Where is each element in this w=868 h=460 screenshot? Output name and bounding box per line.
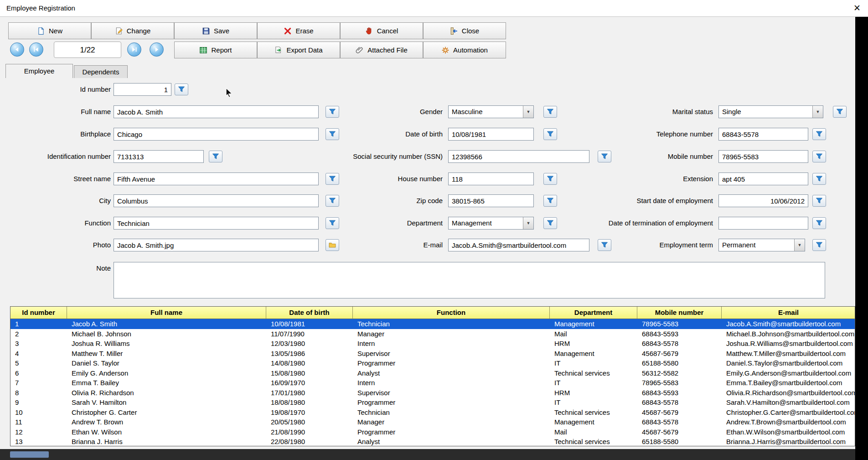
marital-status-combo[interactable]: Single	[718, 105, 823, 118]
nav-first-button[interactable]	[29, 42, 43, 57]
table-row[interactable]: 10Christopher G. Carter19/08/1970Technic…	[10, 408, 855, 418]
employment-term-combo[interactable]: Permanent	[718, 239, 805, 251]
attached-file-button[interactable]: Attached File	[340, 42, 423, 58]
tab-dependents[interactable]: Dependents	[74, 65, 128, 78]
city-input[interactable]	[114, 194, 319, 207]
table-row[interactable]: 2Michael B. Johnson11/07/1990ManagerMail…	[10, 329, 855, 339]
zip-code-label: Zip code	[319, 194, 443, 207]
change-button-label: Change	[127, 27, 151, 35]
start-date-filter-button[interactable]	[812, 195, 826, 207]
horizontal-scrollbar[interactable]	[0, 449, 855, 460]
filter-icon	[836, 108, 843, 115]
table-row[interactable]: 13Brianna J. Harris22/08/1980AnalystTech…	[10, 437, 855, 446]
cancel-button[interactable]: Cancel	[340, 22, 423, 39]
erase-button[interactable]: Erase	[257, 22, 340, 39]
table-cell: Programmer	[353, 358, 550, 368]
filter-icon	[816, 197, 823, 204]
grid-header-cell[interactable]: Mobile number	[637, 307, 722, 319]
last-record-icon	[130, 46, 138, 53]
table-row[interactable]: 12Ethan W. Wilson21/08/1990ProgrammerMai…	[10, 427, 855, 437]
dropdown-arrow-icon[interactable]	[812, 106, 823, 118]
birthplace-input[interactable]	[114, 128, 319, 141]
grid-header-cell[interactable]: Full name	[67, 307, 266, 319]
termination-date-filter-button[interactable]	[812, 217, 826, 229]
grid-header-cell[interactable]: Department	[550, 307, 637, 319]
employment-term-filter-button[interactable]	[812, 239, 826, 251]
table-row[interactable]: 9Sarah V. Hamilton18/08/1980ProgrammerIT…	[10, 397, 855, 408]
floppy-disk-icon	[202, 27, 210, 35]
nav-next-button[interactable]	[150, 42, 164, 57]
stop-hand-icon	[365, 27, 373, 35]
extension-filter-button[interactable]	[812, 173, 826, 185]
export-data-button[interactable]: Export Data	[257, 42, 340, 58]
save-button[interactable]: Save	[174, 22, 257, 39]
scrollbar-thumb[interactable]	[10, 451, 49, 458]
window-title: Employee Registration	[6, 4, 75, 12]
table-cell: 11	[10, 417, 67, 427]
report-button-label: Report	[211, 46, 232, 54]
identification-number-label: Identification number	[5, 150, 111, 163]
note-textarea[interactable]	[114, 262, 825, 298]
function-input[interactable]	[114, 217, 319, 230]
record-counter[interactable]: 1/22	[54, 42, 121, 58]
table-cell: Joshua R. Williams	[67, 339, 266, 349]
table-cell: Supervisor	[353, 388, 550, 398]
street-name-input[interactable]	[114, 172, 319, 185]
mobile-number-filter-button[interactable]	[812, 151, 826, 162]
table-row[interactable]: 11Andrew T. Brown20/05/1980ManagerManage…	[10, 417, 855, 427]
full-name-input[interactable]	[114, 105, 319, 118]
table-cell: 19/08/1970	[266, 408, 353, 418]
close-button-label: Close	[462, 27, 479, 35]
table-row[interactable]: 3Joshua R. Williams12/03/1980InternHRM68…	[10, 339, 855, 349]
id-number-input[interactable]	[114, 83, 171, 96]
table-cell: 56312-5582	[637, 368, 722, 378]
nav-previous-button[interactable]	[10, 42, 24, 57]
termination-date-input[interactable]	[718, 217, 808, 230]
id-number-filter-button[interactable]	[175, 84, 188, 95]
close-button[interactable]: Close	[423, 22, 506, 39]
table-row[interactable]: 1Jacob A. Smith10/08/1981TechnicianManag…	[10, 319, 855, 329]
marital-status-value: Single	[722, 106, 741, 118]
close-window-button[interactable]: ✕	[853, 3, 861, 13]
gender-value: Masculine	[452, 106, 483, 118]
table-cell: 68843-5578	[637, 397, 722, 408]
table-row[interactable]: 6Emily G. Anderson15/08/1980AnalystTechn…	[10, 368, 855, 378]
automation-button[interactable]: Automation	[423, 42, 506, 58]
marital-status-filter-button[interactable]	[833, 106, 847, 118]
table-cell: 17/01/1980	[266, 388, 353, 398]
mobile-number-input[interactable]	[718, 150, 808, 163]
identification-number-filter-button[interactable]	[209, 151, 222, 162]
table-cell: 12/03/1980	[266, 339, 353, 349]
telephone-number-filter-button[interactable]	[812, 128, 826, 140]
new-button[interactable]: New	[8, 22, 91, 39]
nav-last-button[interactable]	[127, 42, 141, 57]
table-cell: Manager	[353, 417, 550, 427]
identification-number-input[interactable]	[114, 150, 204, 163]
grid-header-cell[interactable]: E-mail	[722, 307, 855, 319]
grid-header-cell[interactable]: Date of birth	[266, 307, 353, 319]
table-cell: 9	[10, 397, 67, 408]
table-row[interactable]: 8Olivia R. Richardson17/01/1980Superviso…	[10, 388, 855, 398]
grid-header: Id numberFull nameDate of birthFunctionD…	[10, 307, 855, 319]
report-button[interactable]: Report	[174, 42, 257, 58]
change-button[interactable]: Change	[91, 22, 174, 39]
dropdown-arrow-icon[interactable]	[794, 239, 805, 251]
filter-icon	[212, 153, 219, 160]
photo-input[interactable]	[114, 239, 319, 251]
extension-input[interactable]	[718, 172, 808, 185]
table-row[interactable]: 7Emma T. Bailey16/09/1970InternIT78965-5…	[10, 378, 855, 388]
full-name-label: Full name	[5, 105, 111, 118]
save-button-label: Save	[214, 27, 229, 35]
grid-header-cell[interactable]: Function	[353, 307, 550, 319]
tab-employee[interactable]: Employee	[5, 64, 73, 78]
table-cell: Daniel.S.Taylor@smartbuildertool.com	[722, 358, 855, 368]
start-date-input[interactable]	[718, 194, 808, 207]
telephone-number-input[interactable]	[718, 128, 808, 141]
table-cell: 1	[10, 319, 67, 329]
employee-table: Id numberFull nameDate of birthFunctionD…	[10, 306, 855, 446]
table-cell: Sarah.V.Hamilton@smartbuildertool.com	[722, 397, 855, 408]
table-cell: Olivia.R.Richardson@smartbuildertool.com	[722, 388, 855, 398]
grid-header-cell[interactable]: Id number	[10, 307, 67, 319]
table-row[interactable]: 5Daniel S. Taylor14/08/1980ProgrammerIT6…	[10, 358, 855, 368]
table-row[interactable]: 4Matthew T. Miller13/05/1986SupervisorMa…	[10, 349, 855, 359]
